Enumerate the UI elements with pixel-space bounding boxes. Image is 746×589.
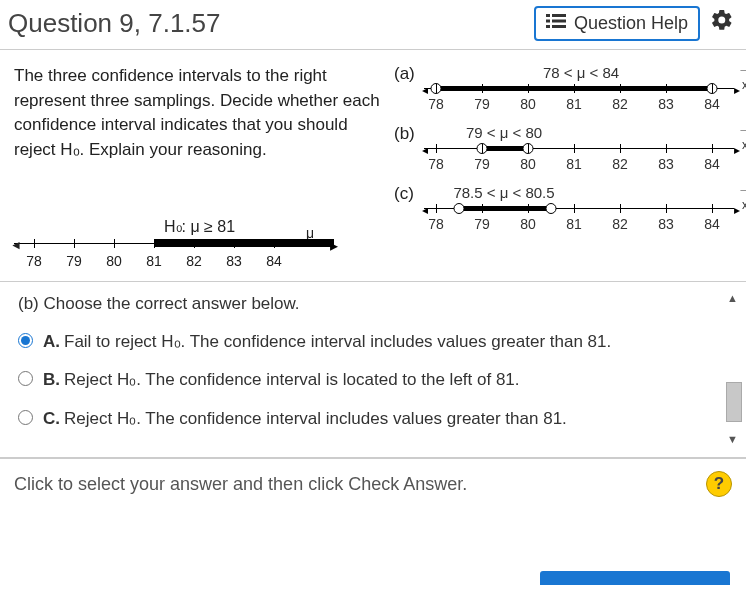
scroll-up-icon[interactable]: ▲ (727, 292, 738, 304)
left-column: The three confidence intervals to the ri… (14, 64, 384, 269)
question-stem: (b) Choose the correct answer below. (18, 294, 722, 314)
interval-c-text: 78.5 < μ < 80.5 (453, 184, 554, 201)
help-label: Question Help (574, 13, 688, 34)
h0-label: H₀: μ ≥ 81 (164, 215, 235, 238)
gear-icon[interactable] (710, 8, 734, 39)
choice-a[interactable]: A.Fail to reject H₀. The confidence inte… (18, 330, 722, 355)
choice-c[interactable]: C.Reject H₀. The confidence interval inc… (18, 407, 722, 432)
question-help-button[interactable]: Question Help (534, 6, 700, 41)
tick-82: 82 (186, 251, 202, 271)
svg-rect-2 (546, 20, 550, 23)
svg-rect-5 (552, 25, 566, 28)
interval-c-label: (c) (394, 184, 424, 204)
check-answer-button[interactable] (540, 571, 730, 585)
svg-rect-0 (546, 14, 550, 17)
x-axis-symbol: x (742, 198, 746, 212)
arrow-left-icon: ◄ (10, 237, 22, 254)
scroll-down-icon[interactable]: ▼ (727, 433, 738, 445)
prompt-text: The three confidence intervals to the ri… (14, 64, 384, 163)
interval-a-label: (a) (394, 64, 424, 84)
interval-b-row: (b) 79 < μ < 80 ◂▸ ¯x 78 79 80 81 82 83 … (394, 124, 738, 176)
interval-c-row: (c) 78.5 < μ < 80.5 ◂▸ ¯x 78 79 80 81 82… (394, 184, 738, 236)
x-axis-symbol: x (742, 138, 746, 152)
svg-rect-3 (552, 20, 566, 23)
tick-79: 79 (66, 251, 82, 271)
h0-region-bar (154, 239, 334, 247)
tick-84: 84 (266, 251, 282, 271)
tick-83: 83 (226, 251, 242, 271)
header-actions: Question Help (534, 6, 734, 41)
tick-78: 78 (26, 251, 42, 271)
interval-a-text: 78 < μ < 84 (543, 64, 619, 81)
interval-b-text: 79 < μ < 80 (466, 124, 542, 141)
interval-b-label: (b) (394, 124, 424, 144)
radio-c[interactable] (18, 410, 33, 425)
footer-hint: Click to select your answer and then cli… (14, 474, 467, 495)
interval-a-row: (a) 78 < μ < 84 ◂▸ ¯x 78 79 80 81 82 83 … (394, 64, 738, 116)
arrow-right-icon: ▸ (330, 234, 338, 257)
question-title: Question 9, 7.1.57 (8, 8, 220, 39)
choice-b[interactable]: B.Reject H₀. The confidence interval is … (18, 368, 722, 393)
interval-b-plot: 79 < μ < 80 ◂▸ ¯x 78 79 80 81 82 83 84 (424, 124, 738, 176)
interval-a-plot: 78 < μ < 84 ◂▸ ¯x 78 79 80 81 82 83 84 (424, 64, 738, 116)
content-area: The three confidence intervals to the ri… (0, 50, 746, 277)
scrollbar-thumb[interactable] (726, 382, 742, 422)
x-axis-symbol: x (742, 78, 746, 92)
choice-b-text: Reject H₀. The confidence interval is lo… (64, 370, 520, 389)
radio-a[interactable] (18, 333, 33, 348)
tick-80: 80 (106, 251, 122, 271)
right-column: (a) 78 < μ < 84 ◂▸ ¯x 78 79 80 81 82 83 … (394, 64, 738, 269)
h0-number-line: H₀: μ ≥ 81 μ ◄ ▸ 78 79 80 81 82 83 84 (14, 209, 334, 269)
svg-rect-1 (552, 14, 566, 17)
radio-b[interactable] (18, 371, 33, 386)
footer: Click to select your answer and then cli… (0, 458, 746, 497)
interval-c-plot: 78.5 < μ < 80.5 ◂▸ ¯x 78 79 80 81 82 83 … (424, 184, 738, 236)
choice-c-text: Reject H₀. The confidence interval inclu… (64, 409, 567, 428)
choice-a-text: Fail to reject H₀. The confidence interv… (64, 332, 611, 351)
tick-81: 81 (146, 251, 162, 271)
list-icon (546, 13, 566, 34)
question-panel: ▲ ▼ (b) Choose the correct answer below.… (0, 282, 746, 454)
help-icon[interactable]: ? (706, 471, 732, 497)
header: Question 9, 7.1.57 Question Help (0, 0, 746, 50)
svg-rect-4 (546, 25, 550, 28)
